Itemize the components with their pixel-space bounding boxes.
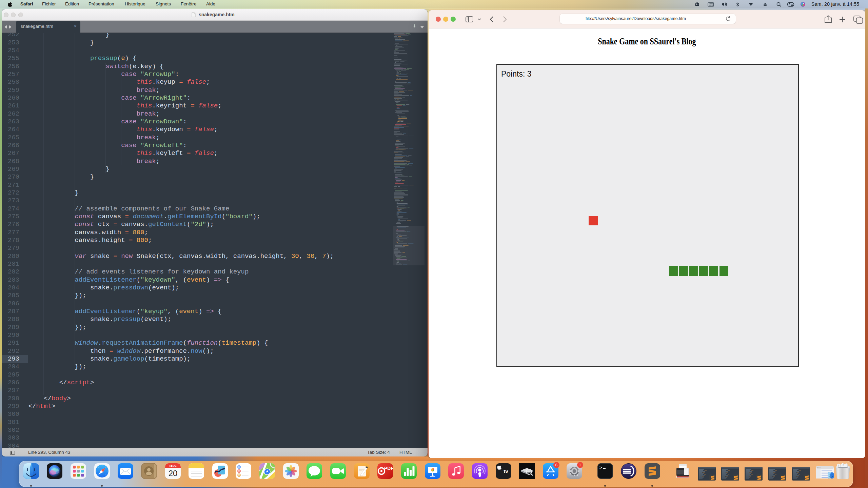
- svg-text:20: 20: [168, 469, 177, 478]
- svg-text:PDF: PDF: [384, 466, 393, 471]
- svg-text:>: >: [599, 465, 602, 470]
- svg-text:tv: tv: [504, 468, 508, 474]
- svg-text:JANV.: JANV.: [169, 464, 177, 467]
